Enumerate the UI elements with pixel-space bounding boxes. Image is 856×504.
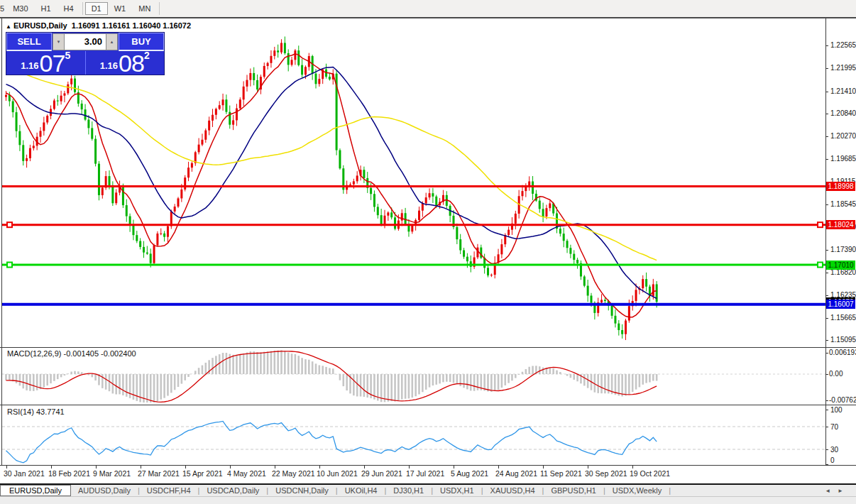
toolbar-separator — [82, 2, 83, 15]
chart-tab-xauusd-h4[interactable]: XAUUSD,H4 — [483, 486, 542, 495]
date-axis-tick — [543, 466, 544, 469]
rsi-indicator-canvas[interactable] — [2, 405, 825, 465]
date-axis-tick — [319, 466, 320, 469]
rsi-axis-label: 70 — [830, 423, 838, 431]
chart-tab-audusd-daily[interactable]: AUDUSD,Daily — [71, 486, 138, 495]
price-axis-tick — [825, 340, 828, 341]
chart-tab-usdx-h1[interactable]: USDX,H1 — [433, 486, 481, 495]
price-axis-label: 1.21410 — [830, 87, 856, 95]
volume-stepper: ▼ 3.00 ▲ — [53, 33, 118, 50]
chart-ohlc-values: 1.16091 1.16161 1.16040 1.16072 — [72, 21, 191, 30]
chart-tab-bar: EURUSD,DailyAUDUSD,Daily|USDCHF,H4|USDCA… — [0, 485, 856, 496]
price-axis-tick — [825, 45, 828, 46]
line-handle[interactable] — [818, 222, 823, 227]
rsi-line — [6, 421, 657, 462]
date-axis-label: 9 Mar 2021 — [93, 469, 131, 478]
sell-quote-prefix: 1.16 — [21, 60, 38, 71]
trading-terminal-window: 5M30H1H4D1W1MN MACD(12,26,9) -0.001405 -… — [0, 0, 856, 504]
date-axis-label: 18 Feb 2021 — [48, 469, 90, 478]
macd-axis-tick — [825, 374, 828, 375]
timeframe-button-h1[interactable]: H1 — [35, 2, 57, 15]
date-axis-tick — [141, 466, 141, 469]
chart-tab-dj30-h1[interactable]: DJ30,H1 — [386, 486, 431, 495]
price-level-tag-1.16007: 1.16007 — [826, 300, 855, 309]
rsi-axis-label: 30 — [830, 446, 838, 454]
volume-increase-button[interactable]: ▲ — [106, 33, 118, 50]
chart-tab-usdcnh-daily[interactable]: USDCNH,Daily — [268, 486, 336, 495]
sell-button[interactable]: SELL — [6, 33, 52, 51]
volume-value[interactable]: 3.00 — [65, 33, 106, 50]
date-axis-label: 10 Jun 2021 — [317, 469, 358, 478]
date-axis-tick — [632, 466, 633, 469]
date-axis-label: 19 Oct 2021 — [630, 469, 670, 478]
buy-quote[interactable]: 1.16 08 2 — [85, 51, 165, 75]
date-axis-tick — [454, 466, 454, 469]
price-axis-tick — [825, 273, 828, 273]
price-level-tag-1.18024: 1.18024 — [826, 220, 855, 229]
collapse-arrow-icon[interactable]: ▲ — [6, 23, 11, 30]
price-axis-tick — [825, 136, 828, 137]
timeframe-button-mn[interactable]: MN — [132, 2, 157, 15]
date-axis-label: 27 Mar 2021 — [138, 469, 180, 478]
price-axis-label: 1.21995 — [830, 64, 856, 72]
date-axis-tick — [185, 466, 186, 469]
rsi-axis-tick — [825, 464, 828, 465]
price-axis-label: 1.20840 — [830, 109, 856, 117]
chart-tab-usdx-weekly[interactable]: USDX,Weekly — [605, 486, 669, 495]
price-axis-line[interactable] — [825, 18, 826, 465]
macd-axis-tick — [825, 400, 828, 401]
price-axis-label: 1.19685 — [830, 155, 856, 163]
tab-divider: | — [669, 486, 671, 495]
price-axis-tick — [825, 68, 828, 69]
line-handle[interactable] — [7, 263, 12, 268]
main-macd-separator[interactable] — [0, 347, 856, 348]
volume-decrease-button[interactable]: ▼ — [53, 33, 65, 50]
timeframe-button-h4[interactable]: H4 — [57, 2, 80, 15]
chart-tab-ukoil-h4[interactable]: UKOil,H4 — [338, 486, 385, 495]
buy-button[interactable]: BUY — [119, 33, 164, 51]
rsi-axis-label: 0 — [830, 456, 835, 464]
price-axis-label: 1.17390 — [830, 246, 856, 253]
price-axis-label: 1.22565 — [830, 41, 856, 49]
line-handle[interactable] — [7, 222, 12, 227]
buy-quote-prefix: 1.16 — [100, 60, 118, 71]
price-axis-tick — [825, 114, 828, 114]
sell-quote[interactable]: 1.16 07 5 — [6, 51, 85, 75]
price-axis-tick — [825, 92, 828, 92]
tab-scroll-arrows[interactable]: ◄► — [825, 488, 856, 494]
price-axis-tick — [825, 159, 828, 160]
price-axis-tick — [825, 204, 828, 205]
date-axis-tick — [364, 466, 365, 469]
chart-tab-gbpusd-h1[interactable]: GBPUSD,H1 — [544, 486, 603, 495]
price-axis-tick — [825, 250, 828, 251]
chart-tab-usdcad-daily[interactable]: USDCAD,Daily — [199, 486, 266, 495]
moving-average-60[interactable] — [6, 69, 657, 260]
price-level-tag-1.18998: 1.18998 — [826, 182, 855, 191]
price-axis-label: 1.15665 — [830, 314, 856, 322]
candles[interactable] — [5, 36, 658, 340]
date-axis-tick — [498, 466, 499, 469]
macd-axis-label: 0.00 — [829, 370, 843, 378]
date-axis-label: 30 Sep 2021 — [585, 469, 627, 478]
date-axis-label: 30 Jan 2021 — [4, 469, 45, 478]
timeframe-button-w1[interactable]: W1 — [108, 2, 133, 15]
timeframe-button-5[interactable]: 5 — [0, 2, 6, 15]
sell-quote-big: 07 — [40, 53, 65, 74]
macd-rsi-separator[interactable] — [0, 405, 856, 405]
trade-panel-body: SELL ▼ 3.00 ▲ BUY 1.16 07 5 1.16 08 2 — [6, 32, 165, 75]
chart-tab-eurusd-daily[interactable]: EURUSD,Daily — [0, 485, 71, 496]
date-axis-label: 29 Jun 2021 — [361, 469, 402, 478]
date-axis-tick — [96, 466, 97, 469]
status-bar — [0, 496, 856, 504]
date-axis-label: 24 Aug 2021 — [495, 469, 537, 478]
date-axis-label: 22 May 2021 — [272, 469, 315, 478]
one-click-trading-panel: ▲EURUSD,Daily 1.16091 1.16161 1.16040 1.… — [6, 21, 165, 75]
timeframe-button-m30[interactable]: M30 — [6, 2, 34, 15]
date-axis-label: 15 Apr 2021 — [182, 469, 223, 478]
toolbar-separator — [159, 2, 160, 15]
timeframe-button-d1[interactable]: D1 — [85, 2, 108, 15]
chart-tab-usdchf-h4[interactable]: USDCHF,H4 — [140, 486, 198, 495]
rsi-axis-tick — [825, 427, 828, 427]
rsi-label: RSI(14) 43.7741 — [7, 407, 65, 416]
line-handle[interactable] — [818, 263, 823, 268]
